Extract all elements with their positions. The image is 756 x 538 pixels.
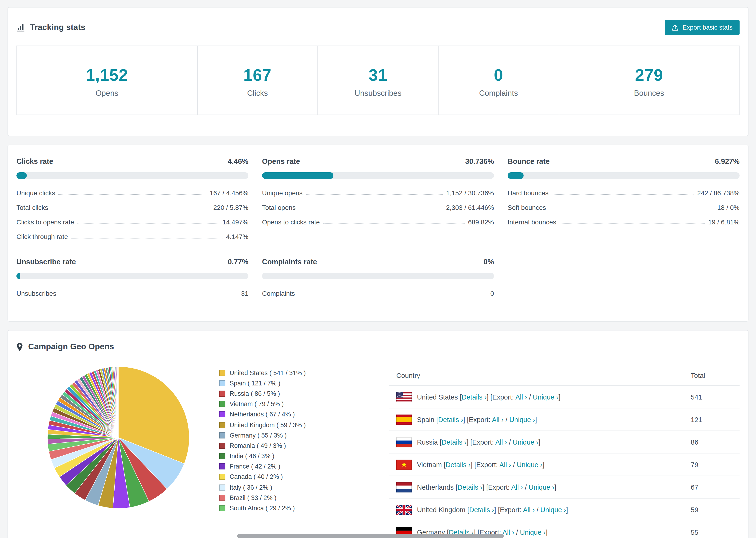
rate-stat-value: 0 [490, 290, 494, 297]
legend-swatch [219, 453, 225, 459]
total-column-header: Total [691, 372, 732, 379]
legend-swatch [219, 391, 225, 397]
table-cell-country: United States [Details ›] [Export: All ›… [396, 392, 691, 402]
dotted-leader [58, 194, 206, 194]
rate-stat-row: Soft bounces18 / 0% [508, 200, 739, 215]
details-link[interactable]: Details › [442, 438, 466, 446]
export-unique-link[interactable]: Unique › [509, 416, 535, 423]
stat-bounces: 279Bounces [559, 46, 739, 115]
stat-value: 1,152 [17, 66, 197, 84]
country-name: United Kingdom [417, 506, 465, 513]
rate-stat-label: Hard bounces [508, 189, 549, 196]
country-name: Russia [417, 438, 438, 446]
stat-value: 167 [197, 66, 317, 84]
rate-header: Unsubscribe rate0.77% [17, 258, 248, 266]
legend-swatch [219, 411, 225, 418]
legend-item-romania: Romania ( 49 / 3% ) [219, 441, 320, 451]
export-all-link[interactable]: All › [523, 506, 535, 513]
rate-value: 30.736% [465, 157, 494, 166]
table-row-vietnam: Vietnam [Details ›] [Export: All › / Uni… [389, 454, 739, 476]
legend-label: Netherlands ( 67 / 4% ) [230, 411, 295, 418]
rate-value: 6.927% [715, 157, 739, 166]
table-row-united-states: United States [Details ›] [Export: All ›… [389, 386, 739, 408]
export-unique-link[interactable]: Unique › [517, 461, 543, 468]
country-row-text: Netherlands [Details ›] [Export: All › /… [417, 482, 556, 492]
dotted-leader [71, 238, 223, 238]
export-all-link[interactable]: All › [503, 528, 514, 536]
legend-item-vietnam: Vietnam ( 79 / 5% ) [219, 399, 320, 409]
rate-stat-value: 2,303 / 61.446% [446, 203, 494, 211]
rate-header: Clicks rate4.46% [17, 157, 248, 166]
rate-title: Opens rate [262, 157, 300, 166]
details-link[interactable]: Details › [469, 506, 494, 513]
export-all-link[interactable]: All › [515, 393, 527, 401]
rate-stat-row: Opens to clicks rate689.82% [262, 215, 494, 229]
country-name: Vietnam [417, 461, 442, 468]
details-link[interactable]: Details › [446, 461, 470, 468]
table-row-netherlands: Netherlands [Details ›] [Export: All › /… [389, 476, 739, 499]
dotted-leader [298, 295, 487, 295]
country-row-text: Russia [Details ›] [Export: All › / Uniq… [417, 437, 540, 447]
stat-complaints: 0Complaints [438, 46, 559, 115]
rate-stat-value: 220 / 5.87% [213, 203, 248, 211]
progress-bar-track [17, 172, 248, 179]
export-unique-link[interactable]: Unique › [520, 528, 546, 536]
rate-header: Complaints rate0% [262, 258, 494, 266]
details-link[interactable]: Details › [461, 393, 486, 401]
legend-item-spain: Spain ( 121 / 7% ) [219, 378, 320, 388]
rate-title: Bounce rate [508, 157, 550, 166]
dotted-leader [549, 209, 714, 209]
rate-value: 0.77% [228, 258, 248, 266]
table-row-united-kingdom: United Kingdom [Details ›] [Export: All … [389, 499, 739, 521]
stat-label: Clicks [197, 89, 317, 98]
flag-es-icon [396, 414, 412, 425]
rate-stat-label: Unique clicks [17, 189, 55, 196]
table-cell-country: Vietnam [Details ›] [Export: All › / Uni… [396, 459, 691, 470]
export-unique-link[interactable]: Unique › [540, 506, 566, 513]
rate-block-bounce-rate: Bounce rate6.927%Hard bounces242 / 86.73… [508, 157, 739, 243]
dotted-leader [60, 295, 238, 295]
table-row-spain: Spain [Details ›] [Export: All › / Uniqu… [389, 408, 739, 431]
table-cell-country: Netherlands [Details ›] [Export: All › /… [396, 482, 691, 492]
dotted-leader [78, 223, 219, 224]
country-total: 86 [691, 438, 732, 446]
export-all-link[interactable]: All › [492, 416, 504, 423]
legend-item-netherlands: Netherlands ( 67 / 4% ) [219, 409, 320, 420]
rate-block-opens-rate: Opens rate30.736%Unique opens1,152 / 30.… [262, 157, 494, 243]
table-cell-country: Russia [Details ›] [Export: All › / Uniq… [396, 437, 691, 447]
rate-header: Bounce rate6.927% [508, 157, 739, 166]
export-unique-link[interactable]: Unique › [529, 483, 555, 491]
rate-stat-row: Total clicks220 / 5.87% [17, 200, 248, 215]
export-unique-link[interactable]: Unique › [533, 393, 559, 401]
legend-item-germany: Germany ( 55 / 3% ) [219, 430, 320, 440]
details-link[interactable]: Details › [458, 483, 482, 491]
export-unique-link[interactable]: Unique › [513, 438, 539, 446]
legend-swatch [219, 484, 225, 490]
export-all-link[interactable]: All › [499, 461, 511, 468]
country-row-text: Spain [Details ›] [Export: All › / Uniqu… [417, 414, 537, 425]
progress-bar-fill [508, 172, 523, 179]
stat-clicks: 167Clicks [197, 46, 317, 115]
rate-stat-label: Unique opens [262, 189, 303, 196]
legend-label: Canada ( 40 / 2% ) [230, 473, 283, 480]
export-all-link[interactable]: All › [511, 483, 523, 491]
export-all-link[interactable]: All › [495, 438, 507, 446]
rate-stat-label: Total clicks [17, 203, 48, 211]
stat-unsubscribes: 31Unsubscribes [317, 46, 438, 115]
legend-swatch [219, 495, 225, 501]
stat-value: 0 [439, 66, 559, 84]
rate-stat-row: Clicks to opens rate14.497% [17, 215, 248, 229]
summary-stats-row: 1,152Opens167Clicks31Unsubscribes0Compla… [17, 45, 739, 115]
legend-item-united-kingdom: United Kingdom ( 59 / 3% ) [219, 420, 320, 430]
stat-value: 31 [318, 66, 438, 84]
horizontal-scrollbar-thumb[interactable] [237, 534, 504, 538]
export-button-label: Export basic stats [682, 24, 732, 31]
stat-label: Unsubscribes [318, 89, 438, 98]
progress-bar-fill [17, 172, 27, 179]
dotted-leader [552, 194, 694, 194]
legend-swatch [219, 380, 225, 386]
flag-nl-icon [396, 482, 412, 492]
export-basic-stats-button[interactable]: Export basic stats [665, 20, 739, 35]
table-cell-country: Spain [Details ›] [Export: All › / Uniqu… [396, 414, 691, 425]
details-link[interactable]: Details › [438, 416, 463, 423]
